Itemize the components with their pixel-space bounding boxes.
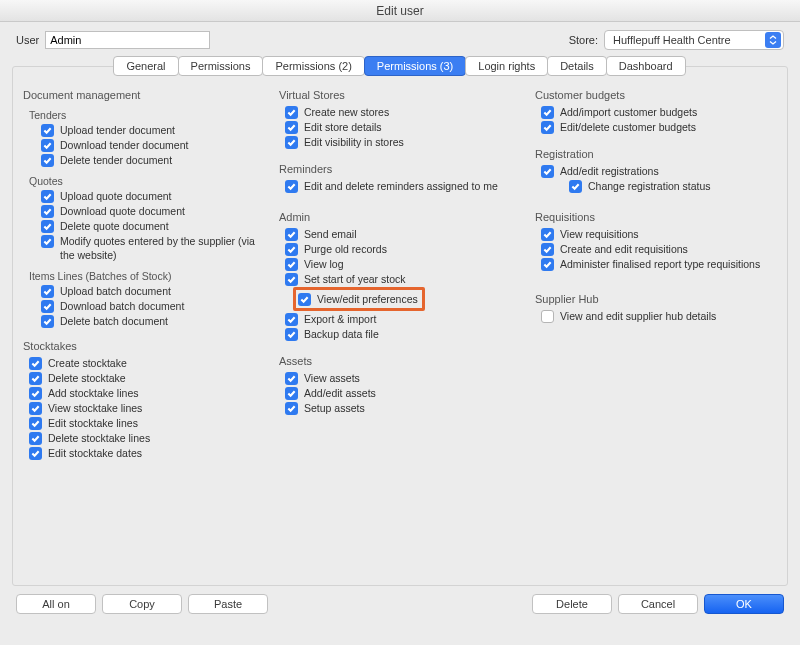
checkbox-delete-stocktake[interactable]: [29, 372, 42, 385]
tab-dashboard[interactable]: Dashboard: [606, 56, 686, 76]
copy-button[interactable]: Copy: [102, 594, 182, 614]
label-download-quote: Download quote document: [60, 204, 185, 218]
heading-registration: Registration: [535, 148, 777, 160]
checkbox-edit-delete-budgets[interactable]: [541, 121, 554, 134]
label-delete-stocktake-lines: Delete stocktake lines: [48, 431, 150, 445]
label-modify-quotes: Modify quotes entered by the supplier (v…: [60, 234, 265, 262]
heading-reminders: Reminders: [279, 163, 521, 175]
label-add-stocktake-lines: Add stocktake lines: [48, 386, 138, 400]
checkbox-add-edit-assets[interactable]: [285, 387, 298, 400]
checkbox-change-registration-status[interactable]: [569, 180, 582, 193]
checkbox-start-year-stock[interactable]: [285, 273, 298, 286]
checkbox-view-assets[interactable]: [285, 372, 298, 385]
checkbox-add-edit-registrations[interactable]: [541, 165, 554, 178]
tab-permissions[interactable]: Permissions: [178, 56, 264, 76]
checkbox-supplier-hub-details[interactable]: [541, 310, 554, 323]
checkbox-setup-assets[interactable]: [285, 402, 298, 415]
label-delete-quote: Delete quote document: [60, 219, 169, 233]
checkbox-add-import-budgets[interactable]: [541, 106, 554, 119]
checkbox-delete-tender[interactable]: [41, 154, 54, 167]
cancel-button[interactable]: Cancel: [618, 594, 698, 614]
all-on-button[interactable]: All on: [16, 594, 96, 614]
label-setup-assets: Setup assets: [304, 401, 365, 415]
heading-quotes: Quotes: [29, 175, 265, 187]
checkbox-download-tender[interactable]: [41, 139, 54, 152]
checkbox-create-stores[interactable]: [285, 106, 298, 119]
checkbox-upload-quote[interactable]: [41, 190, 54, 203]
checkbox-delete-quote[interactable]: [41, 220, 54, 233]
checkbox-upload-tender[interactable]: [41, 124, 54, 137]
store-label: Store:: [569, 34, 598, 46]
label-upload-batch: Upload batch document: [60, 284, 171, 298]
checkbox-view-edit-preferences[interactable]: [298, 293, 311, 306]
store-value: Hufflepuff Health Centre: [613, 34, 731, 46]
checkbox-purge-records[interactable]: [285, 243, 298, 256]
tab-bar: General Permissions Permissions (2) Perm…: [16, 56, 784, 76]
checkbox-create-edit-requisitions[interactable]: [541, 243, 554, 256]
checkbox-edit-visibility[interactable]: [285, 136, 298, 149]
heading-document-management: Document management: [23, 89, 265, 101]
tab-general[interactable]: General: [113, 56, 178, 76]
checkbox-download-batch[interactable]: [41, 300, 54, 313]
label-start-year-stock: Set start of year stock: [304, 272, 406, 286]
label-create-stores: Create new stores: [304, 105, 389, 119]
tab-details[interactable]: Details: [547, 56, 607, 76]
tab-login-rights[interactable]: Login rights: [465, 56, 548, 76]
label-delete-batch: Delete batch document: [60, 314, 168, 328]
label-view-log: View log: [304, 257, 344, 271]
checkbox-view-requisitions[interactable]: [541, 228, 554, 241]
dropdown-caret-icon: [765, 32, 781, 48]
label-edit-stocktake-lines: Edit stocktake lines: [48, 416, 138, 430]
checkbox-modify-quotes[interactable]: [41, 235, 54, 248]
label-download-batch: Download batch document: [60, 299, 184, 313]
heading-tenders: Tenders: [29, 109, 265, 121]
tab-permissions-2[interactable]: Permissions (2): [262, 56, 364, 76]
checkbox-send-email[interactable]: [285, 228, 298, 241]
heading-requisitions: Requisitions: [535, 211, 777, 223]
label-edit-store-details: Edit store details: [304, 120, 382, 134]
label-download-tender: Download tender document: [60, 138, 188, 152]
checkbox-delete-stocktake-lines[interactable]: [29, 432, 42, 445]
user-input[interactable]: [45, 31, 210, 49]
heading-virtual-stores: Virtual Stores: [279, 89, 521, 101]
label-administer-requisitions: Administer finalised report type requisi…: [560, 257, 760, 271]
label-add-import-budgets: Add/import customer budgets: [560, 105, 697, 119]
checkbox-view-log[interactable]: [285, 258, 298, 271]
checkbox-delete-batch[interactable]: [41, 315, 54, 328]
highlight-view-edit-preferences: View/edit preferences: [293, 287, 425, 311]
label-view-stocktake-lines: View stocktake lines: [48, 401, 142, 415]
checkbox-edit-stocktake-lines[interactable]: [29, 417, 42, 430]
checkbox-create-stocktake[interactable]: [29, 357, 42, 370]
label-change-registration-status: Change registration status: [588, 179, 711, 193]
heading-supplier-hub: Supplier Hub: [535, 293, 777, 305]
label-edit-delete-budgets: Edit/delete customer budgets: [560, 120, 696, 134]
window-title: Edit user: [0, 0, 800, 22]
checkbox-backup-data[interactable]: [285, 328, 298, 341]
label-supplier-hub-details: View and edit supplier hub details: [560, 309, 716, 323]
label-add-edit-registrations: Add/edit registrations: [560, 164, 659, 178]
checkbox-edit-stocktake-dates[interactable]: [29, 447, 42, 460]
paste-button[interactable]: Paste: [188, 594, 268, 614]
store-dropdown[interactable]: Hufflepuff Health Centre: [604, 30, 784, 50]
checkbox-upload-batch[interactable]: [41, 285, 54, 298]
ok-button[interactable]: OK: [704, 594, 784, 614]
tab-permissions-3[interactable]: Permissions (3): [364, 56, 466, 76]
checkbox-view-stocktake-lines[interactable]: [29, 402, 42, 415]
label-upload-quote: Upload quote document: [60, 189, 172, 203]
checkbox-download-quote[interactable]: [41, 205, 54, 218]
checkbox-edit-store-details[interactable]: [285, 121, 298, 134]
heading-admin: Admin: [279, 211, 521, 223]
label-view-assets: View assets: [304, 371, 360, 385]
label-purge-records: Purge old records: [304, 242, 387, 256]
delete-button[interactable]: Delete: [532, 594, 612, 614]
label-create-edit-requisitions: Create and edit requisitions: [560, 242, 688, 256]
label-edit-reminders: Edit and delete reminders assigned to me: [304, 179, 498, 193]
checkbox-edit-reminders[interactable]: [285, 180, 298, 193]
checkbox-administer-requisitions[interactable]: [541, 258, 554, 271]
heading-customer-budgets: Customer budgets: [535, 89, 777, 101]
label-upload-tender: Upload tender document: [60, 123, 175, 137]
checkbox-add-stocktake-lines[interactable]: [29, 387, 42, 400]
label-view-edit-preferences: View/edit preferences: [317, 292, 418, 306]
heading-items-lines: Items Lines (Batches of Stock): [29, 270, 265, 282]
checkbox-export-import[interactable]: [285, 313, 298, 326]
